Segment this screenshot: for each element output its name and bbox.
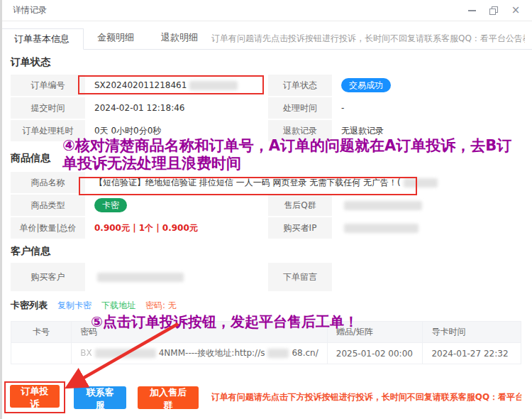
- cell-gift-matrix: 2025-01-02 00:00: [327, 343, 423, 364]
- order-number-label: 订单编号: [11, 75, 85, 96]
- table-row: BX4NMM----接收地址:http://s68.cn/ 2025-01-02…: [11, 343, 521, 364]
- tab-bar: 订单基本信息 金额明细 退款明细 订单有问题请先点击投诉按钮进行投诉，长时间不回…: [0, 21, 532, 50]
- tab-refund-detail[interactable]: 退款明细: [148, 28, 211, 49]
- order-message-value: [332, 263, 521, 291]
- order-complain-button[interactable]: 订单投诉: [10, 385, 60, 408]
- product-type-label: 商品类型: [11, 195, 85, 216]
- product-name-value: 【短信验证】绝地短信验证 排位短信 一人一码 网页登录 无需下载任何 无广告！(: [85, 172, 521, 193]
- table-row: 提交时间 2024-02-01 12:18:46 处理时间 -: [11, 97, 521, 119]
- price-qty-total-label: 单价|数量|总价: [11, 217, 85, 239]
- minimize-icon[interactable]: [465, 4, 478, 17]
- type-badge: 卡密: [94, 198, 127, 212]
- copy-card-secret-link[interactable]: 复制卡密: [57, 300, 92, 312]
- card-secret-toolbar: 卡密列表 复制卡密 下载地址 密码: 无: [11, 299, 521, 312]
- redacted-product-name: [404, 178, 438, 187]
- table-row: 单价|数量|总价 0.900元 | 1个 | 0.900元 购买者IP: [11, 217, 521, 239]
- redacted-url: [267, 349, 289, 358]
- cell-card-number: [11, 343, 72, 364]
- product-type-value: 卡密: [85, 195, 268, 216]
- order-state-label: 订单状态: [268, 75, 332, 96]
- section-title-product-info: 商品信息: [11, 152, 521, 165]
- process-time-label: 处理时间: [268, 97, 332, 119]
- col-gift-matrix: 赠品/矩阵: [327, 322, 423, 343]
- section-title-customer-info: 客户信息: [11, 245, 521, 258]
- col-card-number: 卡号: [11, 322, 72, 343]
- join-aftersale-group-button[interactable]: 加入售后群: [138, 386, 198, 409]
- buyer-label: 购买客户: [11, 263, 85, 291]
- table-header-row: 卡号 密码 赠品/矩阵 导卡时间: [11, 322, 521, 343]
- col-export-time: 导卡时间: [423, 322, 521, 343]
- footer-actions: 订单投诉 联系客服 加入售后群 订单有问题请先点击下方投诉按钮进行投诉，长时间不…: [11, 381, 521, 413]
- annotation-box-complain-button: 订单投诉: [4, 381, 65, 413]
- table-row: 商品类型 卡密 售后Q群: [11, 195, 521, 216]
- price-qty-total-value: 0.900元 | 1个 | 0.900元: [85, 217, 268, 239]
- buyer-ip-value: [332, 217, 521, 239]
- cell-password: BX4NMM----接收地址:http://s68.cn/: [72, 343, 328, 364]
- order-detail-dialog: 详情记录 × 订单基本信息 金额明细 退款明细 订单有问题请先点击投诉按钮进行投…: [0, 0, 532, 419]
- submit-time-label: 提交时间: [11, 97, 85, 119]
- product-name-label: 商品名称: [11, 172, 85, 193]
- order-message-label: 下单留言: [268, 263, 332, 291]
- after-sale-qq-value: [332, 195, 521, 216]
- after-sale-qq-label: 售后Q群: [268, 195, 332, 216]
- redacted-order-number: [189, 81, 238, 90]
- section-title-order-status: 订单状态: [11, 56, 521, 69]
- redacted-password: [95, 349, 156, 358]
- table-row: 订单编号 SX202402011218461 订单状态 交易成功: [11, 75, 521, 96]
- complaint-hint-top: 订单有问题请先点击投诉按钮进行投诉，长时间不回复请联系客服QQ：看平台公告教程售…: [211, 28, 525, 49]
- restore-icon[interactable]: [487, 4, 500, 17]
- table-row: 购买客户 下单留言: [11, 263, 521, 291]
- refund-record-value: 无退款记录: [332, 120, 521, 141]
- elapsed-label: 订单处理耗时: [11, 120, 85, 141]
- submit-time-value: 2024-02-01 12:18:46: [85, 97, 268, 119]
- window-controls: ×: [465, 4, 522, 17]
- dialog-titlebar: 详情记录 ×: [0, 0, 532, 21]
- order-state-value: 交易成功: [332, 75, 521, 96]
- tab-order-basic-info[interactable]: 订单基本信息: [0, 28, 84, 50]
- process-time-value: -: [332, 97, 521, 119]
- dialog-title: 详情记录: [13, 4, 47, 16]
- buyer-value: [85, 263, 268, 291]
- redacted-ip: [344, 224, 419, 233]
- order-number-value: SX202402011218461: [85, 75, 268, 96]
- buyer-ip-label: 购买者IP: [268, 217, 332, 239]
- cell-export-time: 2024-01-27 22:32: [423, 343, 521, 364]
- table-row: 订单处理耗时 0天 0小时0分0秒 退款记录 无退款记录: [11, 120, 521, 141]
- close-icon[interactable]: ×: [509, 4, 522, 17]
- elapsed-value: 0天 0小时0分0秒: [85, 120, 268, 141]
- password-none-note: 密码: 无: [145, 300, 177, 312]
- dialog-content: 订单状态 订单编号 SX202402011218461 订单状态 交易成功 提交…: [0, 56, 532, 413]
- tab-amount-detail[interactable]: 金额明细: [84, 28, 148, 49]
- redacted-buyer: [97, 273, 184, 282]
- page-edge-strip: [0, 0, 2, 419]
- card-secret-list-label: 卡密列表: [11, 299, 48, 312]
- refund-record-label: 退款记录: [268, 120, 332, 141]
- status-badge: 交易成功: [341, 78, 391, 92]
- table-row: 商品名称 【短信验证】绝地短信验证 排位短信 一人一码 网页登录 无需下载任何 …: [11, 172, 521, 193]
- download-address-link[interactable]: 下载地址: [101, 300, 135, 312]
- card-secret-table: 卡号 密码 赠品/矩阵 导卡时间 BX4NMM----接收地址:http://s…: [11, 321, 521, 364]
- contact-support-button[interactable]: 联系客服: [74, 386, 126, 409]
- redacted-qq: [344, 201, 422, 210]
- complaint-hint-bottom: 订单有问题请先点击下方投诉按钮进行投诉，长时间不回复请联系客服QQ：看平台公告教…: [211, 391, 521, 403]
- col-password: 密码: [72, 322, 328, 343]
